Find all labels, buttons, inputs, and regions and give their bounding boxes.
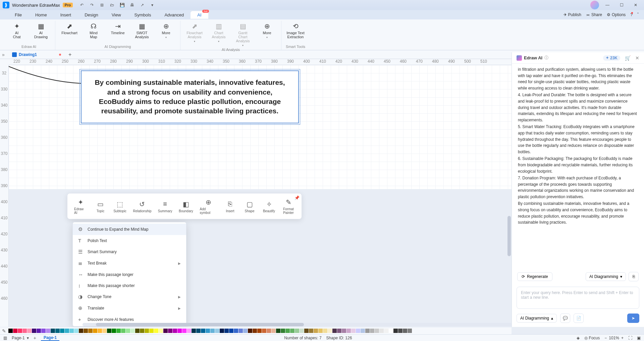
color-swatch[interactable] [22,329,27,333]
color-swatch[interactable] [262,329,266,333]
help-button[interactable]: ? [630,12,633,17]
add-tab-button[interactable]: + [68,52,75,58]
hscroll-track[interactable] [9,322,512,326]
ribbon-swot-analysis[interactable]: ▦SWOTAnalysis [131,21,153,40]
selected-shape[interactable]: By combining sustainable materials, inno… [81,70,299,123]
color-swatch[interactable] [408,329,412,333]
collapse-ribbon-button[interactable]: ˆ [637,12,639,17]
color-swatch[interactable] [107,329,111,333]
pages-layout-icon[interactable]: ▥ [3,336,7,340]
color-swatch[interactable] [271,329,276,333]
ribbon-mind-map[interactable]: ☊MindMap [83,21,104,40]
color-swatch[interactable] [365,329,370,333]
color-swatch[interactable] [238,329,243,333]
color-swatch[interactable] [384,329,388,333]
color-swatch[interactable] [328,329,332,333]
menu-design[interactable]: Design [78,11,105,19]
color-swatch[interactable] [173,329,177,333]
color-swatch[interactable] [182,329,186,333]
color-swatch[interactable] [210,329,215,333]
color-swatch[interactable] [375,329,379,333]
float-beautify[interactable]: ✧Beautify [261,199,277,214]
close-button[interactable]: ✕ [630,0,641,10]
fit-page-button[interactable]: ⛶ [628,336,632,340]
ai-help-icon[interactable]: ⓘ [544,55,548,61]
color-swatch[interactable] [187,329,191,333]
menu-advanced[interactable]: Advanced [158,11,191,19]
color-swatch[interactable] [257,329,262,333]
color-swatch[interactable] [27,329,32,333]
float-summary[interactable]: ≡Summary [156,199,174,214]
color-swatch[interactable] [102,329,107,333]
ai-menu-item[interactable]: ↕Make this passage shorter [73,280,186,291]
color-swatch[interactable] [168,329,172,333]
color-swatch[interactable] [121,329,125,333]
color-swatch[interactable] [116,329,121,333]
color-swatch[interactable] [370,329,374,333]
undo-button[interactable]: ↶ [78,1,86,9]
color-swatch[interactable] [351,329,356,333]
focus-button[interactable]: ◎ Focus [584,336,600,340]
zoom-in-button[interactable]: + [621,336,624,340]
float-shape[interactable]: ▢Shape [241,199,258,214]
ribbon-more[interactable]: ⊕More▾ [256,21,278,40]
menu-view[interactable]: View [105,11,128,19]
ai-query-input[interactable] [521,290,635,300]
save-button[interactable]: 💾 [118,1,126,9]
color-swatch[interactable] [323,329,327,333]
avatar[interactable] [590,1,599,9]
ai-menu-item[interactable]: ⚙Continue to Expand the Mind Map [73,224,186,235]
color-swatch[interactable] [361,329,365,333]
ai-menu-item[interactable]: ⊕Translate▶ [73,302,186,314]
ai-bottom-mode-dropdown[interactable]: AI Diagramming▴ [517,314,557,323]
minimize-button[interactable]: — [602,0,613,10]
color-swatch[interactable] [177,329,182,333]
color-swatch[interactable] [13,329,17,333]
vertical-scrollbar-thumb[interactable] [507,216,511,256]
color-swatch[interactable] [403,329,407,333]
ai-menu-item[interactable]: ☰Smart Summary [73,246,186,258]
color-swatch[interactable] [51,329,55,333]
ribbon-gantt chart-analysis[interactable]: ▤Gantt ChartAnalysis▾ [232,21,254,48]
color-swatch[interactable] [84,329,88,333]
share-button[interactable]: ⫘Share [586,12,602,17]
color-swatch[interactable] [154,329,158,333]
menu-ai[interactable]: AIhot [191,11,208,19]
ribbon-flowchart-analysis[interactable]: ⬈FlowchartAnalysis▾ [184,21,205,44]
float-edraw ai[interactable]: ✦Edraw AI [72,197,89,215]
color-swatch[interactable] [206,329,210,333]
color-swatch[interactable] [41,329,46,333]
color-swatch[interactable] [46,329,50,333]
ribbon-image text-extraction[interactable]: ⟲Image TextExtraction [285,21,306,40]
zoom-out-button[interactable]: − [604,336,607,340]
ai-menu-item[interactable]: TPolish Text [73,235,186,246]
menu-file[interactable]: File [8,11,29,19]
color-swatch[interactable] [112,329,116,333]
ai-menu-item[interactable]: ◑Change Tone▶ [73,291,186,302]
ribbon-ai-drawing[interactable]: ▦AIDrawing [30,21,52,40]
color-swatch[interactable] [93,329,97,333]
float-insert[interactable]: ⎘Insert [222,199,238,214]
color-swatch[interactable] [55,329,60,333]
color-swatch[interactable] [253,329,257,333]
color-swatch[interactable] [159,329,163,333]
color-swatch[interactable] [304,329,309,333]
color-swatch[interactable] [285,329,290,333]
color-swatch[interactable] [220,329,224,333]
color-swatch[interactable] [74,329,78,333]
color-swatch[interactable] [32,329,36,333]
color-swatch[interactable] [379,329,384,333]
layers-icon[interactable]: ◈ [577,336,580,340]
ai-menu-item[interactable]: ↔Make this passage longer [73,269,186,280]
color-swatch[interactable] [234,329,238,333]
open-button[interactable]: 🗁 [108,1,116,9]
color-swatch[interactable] [248,329,252,333]
ribbon-chart-analysis[interactable]: ▥ChartAnalysis▾ [208,21,229,44]
color-swatch[interactable] [163,329,168,333]
color-swatch[interactable] [88,329,93,333]
color-swatch[interactable] [267,329,271,333]
print-button[interactable]: 🖶 [128,1,136,9]
color-swatch[interactable] [18,329,22,333]
float-subtopic[interactable]: ⬚Subtopic [111,199,128,214]
document-tab[interactable]: Drawing1 [9,52,64,58]
